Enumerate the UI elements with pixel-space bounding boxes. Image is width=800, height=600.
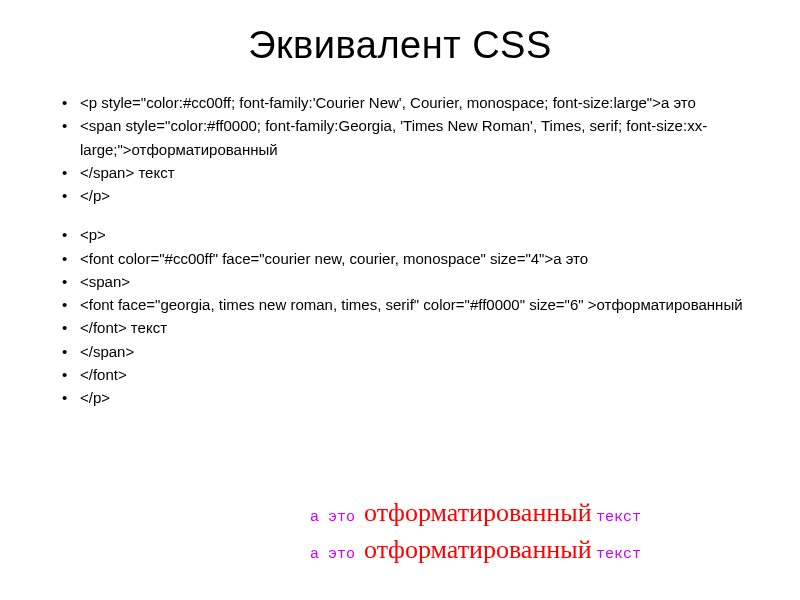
code-text: </span> [80,343,134,360]
code-text: </font> текст [80,319,167,336]
code-text: </font> [80,366,127,383]
slide-title: Эквивалент CSS [32,24,768,67]
render-suffix: текст [596,509,641,526]
code-text: </span> текст [80,164,175,181]
code-line: <p style="color:#cc00ff; font-family:'Co… [62,91,768,114]
code-line: </span> [62,340,768,363]
code-line: </p> [62,184,768,207]
blank-gap [62,207,768,223]
code-text: <font color="#cc00ff" face="courier new,… [80,250,588,267]
rendered-line: а это отформатированный текст [310,535,770,565]
slide-container: Эквивалент CSS <p style="color:#cc00ff; … [0,0,800,600]
code-text: <p> [80,226,106,243]
render-suffix: текст [596,546,641,563]
code-line: <span> [62,270,768,293]
rendered-output-1: а это отформатированный текст [310,498,770,528]
code-line: </p> [62,386,768,409]
code-text: <font face="georgia, times new roman, ti… [80,296,743,313]
code-line: <font color="#cc00ff" face="courier new,… [62,247,768,270]
rendered-output-2: а это отформатированный текст [310,535,770,565]
code-text: <p style="color:#cc00ff; font-family:'Co… [80,94,696,111]
code-line: </font> [62,363,768,386]
rendered-line: а это отформатированный текст [310,498,770,528]
code-line: </font> текст [62,316,768,339]
code-text: </p> [80,389,110,406]
code-line: <font face="georgia, times new roman, ti… [62,293,768,316]
render-prefix: а это [310,509,364,526]
code-text: </p> [80,187,110,204]
code-line: <p> [62,223,768,246]
code-line: </span> текст [62,161,768,184]
code-bullets: <p style="color:#cc00ff; font-family:'Co… [32,91,768,409]
code-line: <span style="color:#ff0000; font-family:… [62,114,768,161]
render-main: отформатированный [364,498,592,527]
code-text: <span> [80,273,130,290]
code-text: <span style="color:#ff0000; font-family:… [80,117,707,157]
render-prefix: а это [310,546,364,563]
render-main: отформатированный [364,535,592,564]
